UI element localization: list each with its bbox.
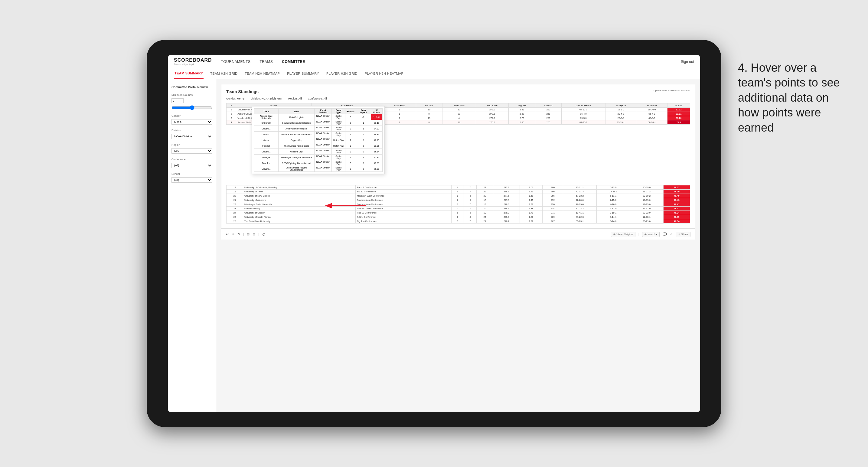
top-nav: SCOREBOARD Powered by clippd TOURNAMENTS… <box>168 55 700 68</box>
tooltip-row: Univers... Williams Cup NCAA Division I … <box>254 149 382 155</box>
content-area: Team Standings Update time: 13/03/2024 1… <box>216 79 700 412</box>
table-row[interactable]: 23 Duke University Atlantic Coast Confer… <box>226 207 690 211</box>
table-row[interactable]: 22 Mississippi State University Southeas… <box>226 203 690 207</box>
col-low-sg: Low SG <box>535 103 562 108</box>
col-points: Points <box>667 103 690 108</box>
division-select[interactable]: NCAA Division I <box>172 134 212 139</box>
region-select[interactable]: N/A <box>172 148 212 154</box>
main-content: Committee Portal Review Minimum Rounds G… <box>168 79 700 412</box>
sidebar-division: Division NCAA Division I <box>172 129 212 139</box>
redo-icon[interactable]: ↪ <box>232 232 235 236</box>
share-button[interactable]: ↗ Share <box>676 232 690 237</box>
col-bnds-wins: Bnds Wins <box>442 103 476 108</box>
layout-icon[interactable]: ⊟ <box>252 232 255 236</box>
table-row[interactable]: 18 University of California, Berkeley Pa… <box>226 185 690 190</box>
lower-standings-table: 18 University of California, Berkeley Pa… <box>226 185 690 223</box>
nav-tournaments[interactable]: TOURNAMENTS <box>221 60 251 64</box>
sign-out-button[interactable]: Sign out <box>676 60 694 64</box>
sidebar-min-rounds: Minimum Rounds <box>172 93 212 110</box>
report-title-section: Team Standings <box>226 89 258 94</box>
col-no-tour: No Tour <box>416 103 442 108</box>
rounds-inputs <box>172 98 212 103</box>
sub-nav-team-summary[interactable]: TEAM SUMMARY <box>174 68 204 79</box>
logo-text: SCOREBOARD <box>174 58 212 63</box>
undo-icon[interactable]: ↩ <box>226 232 229 236</box>
sub-nav-team-h2h-heatmap[interactable]: TEAM H2H HEATMAP <box>244 68 280 79</box>
sidebar-region: Region N/A <box>172 143 212 154</box>
tooltip-row: Univers... Amer Ari Intercollegiate NCAA… <box>254 126 382 131</box>
school-select[interactable]: (All) <box>172 177 212 183</box>
tooltip-col-type: Event Type <box>332 108 345 114</box>
conference-select[interactable]: (All) <box>172 163 212 168</box>
table-row[interactable]: 19 University of Texas Big 12 Conference… <box>226 190 690 194</box>
logo-sub: Powered by clippd <box>174 63 212 66</box>
filter-region: Region: All <box>288 97 302 100</box>
share-label: Share <box>681 233 688 236</box>
filter-gender: Gender: Men's <box>226 97 244 100</box>
col-vs50: Vs Top 50 <box>636 103 667 108</box>
watch-chevron: ▾ <box>656 233 657 236</box>
region-label: Region <box>172 143 212 146</box>
sidebar-gender: Gender Men's <box>172 114 212 125</box>
tooltip-row: University Southern Highlands Collegiate… <box>254 120 382 126</box>
tablet-device: SCOREBOARD Powered by clippd TOURNAMENTS… <box>147 40 721 427</box>
gender-select[interactable]: Men's <box>172 119 212 125</box>
copy-icon[interactable]: ⊞ <box>247 232 249 236</box>
tooltip-row: East Tee OFCC Fighting Illini Invitation… <box>254 160 382 166</box>
sub-nav-team-h2h-grid[interactable]: TEAM H2H GRID <box>210 68 238 79</box>
sidebar-title: Committee Portal Review <box>172 85 212 89</box>
watch-label: Watch <box>648 233 655 236</box>
conference-label: Conference <box>172 158 212 161</box>
view-original-button[interactable]: 👁 View: Original <box>611 232 636 237</box>
expand-icon[interactable]: ⤢ <box>670 232 673 236</box>
filter-division: Division: NCAA Division I <box>250 97 282 100</box>
sub-nav-player-summary[interactable]: PLAYER SUMMARY <box>286 68 320 79</box>
tooltip-row: Univers... National Invitational Tournam… <box>254 131 382 137</box>
tooltip-row: Georgia Ben Hogan Collegiate Invitationa… <box>254 155 382 160</box>
nav-teams[interactable]: TEAMS <box>260 60 273 64</box>
tooltip-row: Univers... Copper Cup NCAA Division I Ma… <box>254 137 382 143</box>
col-adj-score: Adj. Score <box>476 103 509 108</box>
bottom-toolbar: ↩ ↪ ↻ | ⊞ ⊟ | ⏱ 👁 View: Original | 👁 <box>221 229 695 240</box>
gender-label: Gender <box>172 114 212 117</box>
table-row[interactable]: 21 University of Alabama Southeastern Co… <box>226 198 690 203</box>
table-row[interactable]: 20 University of New Mexico Mountain Wes… <box>226 194 690 198</box>
comment-icon[interactable]: 💬 <box>663 232 667 236</box>
rounds-slider[interactable] <box>172 105 212 110</box>
col-rank: # <box>226 103 236 108</box>
tooltip-table: Team Event Event Division Event Type Rou… <box>254 108 382 172</box>
sidebar-conference: Conference (All) <box>172 158 212 168</box>
tablet-screen: SCOREBOARD Powered by clippd TOURNAMENTS… <box>168 55 700 412</box>
tooltip-row: Arizona State University Cato Collegiate… <box>254 114 382 120</box>
table-row[interactable]: 25 University of North Florida ASUN Conf… <box>226 215 690 219</box>
sidebar-school: School (All) <box>172 173 212 183</box>
sub-nav-player-h2h-grid[interactable]: PLAYER H2H GRID <box>326 68 358 79</box>
tooltip-col-team: Team <box>254 108 279 114</box>
min-rounds-input[interactable] <box>172 98 184 103</box>
school-label: School <box>172 173 212 176</box>
watch-button[interactable]: 👁 Watch ▾ <box>642 232 660 237</box>
sidebar: Committee Portal Review Minimum Rounds G… <box>168 79 216 412</box>
report-title: Team Standings <box>226 89 258 94</box>
table-row[interactable]: 26 The Ohio State University Big Ten Con… <box>226 219 690 223</box>
tooltip-row: Univers... 2023 Sahalee Players Champion… <box>254 166 382 172</box>
clock-icon[interactable]: ⏱ <box>262 232 266 236</box>
table-row[interactable]: 24 University of Oregon Pac-12 Conferenc… <box>226 211 690 215</box>
tooltip-row: Florida I The Cypress Point Classic NCAA… <box>254 143 382 149</box>
filter-conference: Conference: All <box>308 97 327 100</box>
watch-icon: 👁 <box>644 233 647 236</box>
logo-area: SCOREBOARD Powered by clippd <box>174 58 212 66</box>
nav-links: TOURNAMENTS TEAMS COMMITTEE <box>221 60 676 64</box>
nav-committee[interactable]: COMMITTEE <box>282 60 305 64</box>
sub-nav-player-h2h-heatmap[interactable]: PLAYER H2H HEATMAP <box>364 68 404 79</box>
points-tooltip: Team Event Event Division Event Type Rou… <box>252 106 385 174</box>
tooltip-col-division: Event Division <box>314 108 332 114</box>
update-time: Update time: 13/03/2024 10:03:42 <box>654 89 690 92</box>
report-header: Team Standings Update time: 13/03/2024 1… <box>226 89 690 94</box>
col-overall: Overall Record <box>561 103 605 108</box>
tooltip-col-event: Event <box>278 108 314 114</box>
refresh-icon[interactable]: ↻ <box>238 232 240 236</box>
annotation-text: 4. Hover over a team's points to see add… <box>738 61 853 135</box>
view-icon: 👁 <box>613 233 616 236</box>
share-icon: ↗ <box>678 233 680 236</box>
